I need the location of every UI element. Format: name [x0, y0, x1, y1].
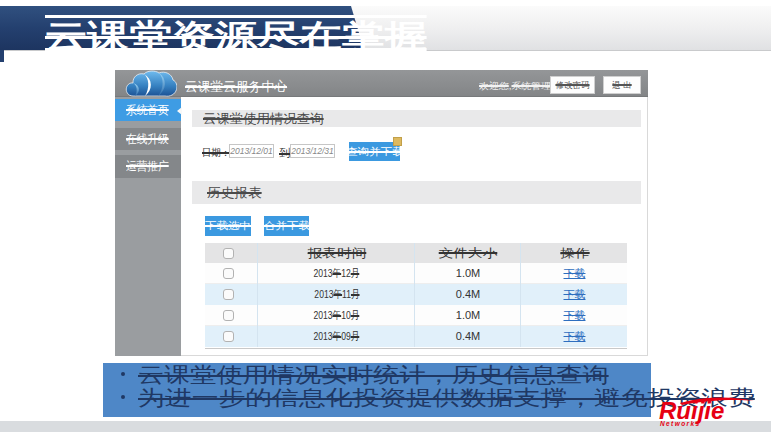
svg-text:Networks: Networks [660, 420, 700, 427]
